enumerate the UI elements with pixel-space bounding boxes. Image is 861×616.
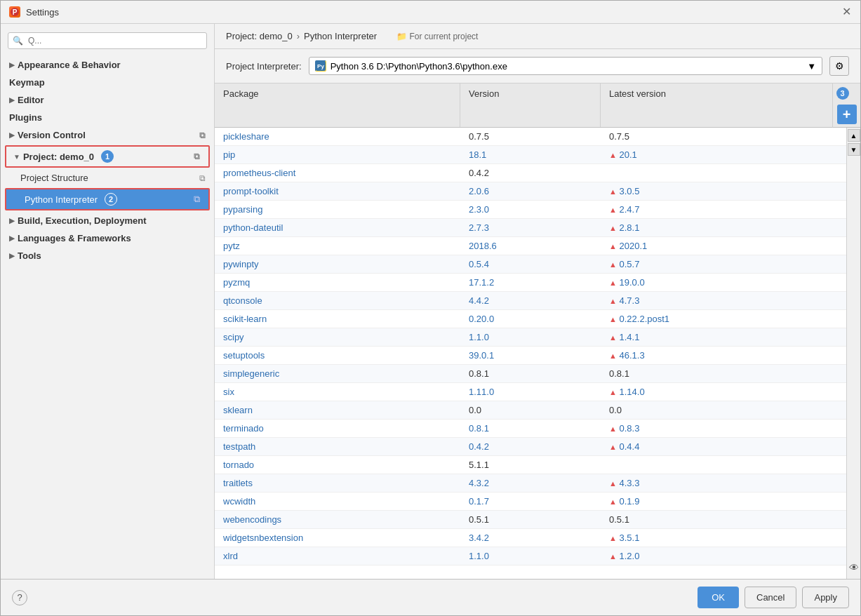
cell-package: python-dateutil xyxy=(215,219,460,236)
cell-package: xlrd xyxy=(215,547,460,565)
table-row[interactable]: pywinpty0.5.4▲ 0.5.7 xyxy=(215,255,846,274)
cell-version: 18.1 xyxy=(460,146,601,163)
cancel-button[interactable]: Cancel xyxy=(745,587,796,608)
sidebar-label: Appearance & Behavior xyxy=(18,60,121,70)
cell-version: 2.7.3 xyxy=(460,219,601,236)
table-row[interactable]: scipy1.1.0▲ 1.4.1 xyxy=(215,328,846,347)
close-button[interactable]: ✕ xyxy=(841,6,852,18)
cell-package: prompt-toolkit xyxy=(215,182,460,200)
scroll-up-button[interactable]: ▲ xyxy=(848,129,860,142)
table-row[interactable]: tornado5.1.1 xyxy=(215,456,846,474)
sidebar-label: Plugins xyxy=(9,112,42,123)
cell-version: 0.4.2 xyxy=(460,438,601,455)
sidebar-item-project-demo0[interactable]: ▼ Project: demo_0 1 ⧉ xyxy=(6,147,208,166)
sidebar-label: Tools xyxy=(18,250,41,261)
table-row[interactable]: pyparsing2.3.0▲ 2.4.7 xyxy=(215,201,846,219)
cell-latest: ▲ 1.2.0 xyxy=(601,547,846,565)
sidebar-label: Project Structure xyxy=(20,173,88,183)
folder-icon: 📁 xyxy=(396,32,407,41)
cell-latest: ▲ 0.22.2.post1 xyxy=(601,310,846,328)
table-row[interactable]: prompt-toolkit2.0.6▲ 3.0.5 xyxy=(215,182,846,201)
cell-package: testpath xyxy=(215,438,460,455)
svg-text:Py: Py xyxy=(317,63,324,69)
table-row[interactable]: qtconsole4.4.2▲ 4.7.3 xyxy=(215,292,846,310)
table-row[interactable]: python-dateutil2.7.3▲ 2.8.1 xyxy=(215,219,846,237)
breadcrumb-project: Project: demo_0 xyxy=(226,31,293,41)
table-row[interactable]: widgetsnbextension3.4.2▲ 3.5.1 xyxy=(215,529,846,547)
cell-latest: ▲ 1.4.1 xyxy=(601,328,846,346)
cell-package: wcwidth xyxy=(215,493,460,510)
cell-package: pip xyxy=(215,146,460,163)
cell-package: six xyxy=(215,383,460,401)
copy-icon: ⧉ xyxy=(199,130,206,140)
table-row[interactable]: pytz2018.6▲ 2020.1 xyxy=(215,237,846,255)
cell-latest: ▲ 20.1 xyxy=(601,146,846,163)
sidebar-item-keymap[interactable]: Keymap xyxy=(1,74,214,91)
copy-icon: ⧉ xyxy=(199,173,206,183)
cell-package: simplegeneric xyxy=(215,365,460,382)
cell-version: 39.0.1 xyxy=(460,347,601,364)
table-row[interactable]: terminado0.8.1▲ 0.8.3 xyxy=(215,420,846,438)
table-row[interactable]: scikit-learn0.20.0▲ 0.22.2.post1 xyxy=(215,310,846,328)
table-row[interactable]: simplegeneric0.8.10.8.1 xyxy=(215,365,846,383)
sidebar-item-plugins[interactable]: Plugins xyxy=(1,109,214,126)
expand-arrow: ▶ xyxy=(9,234,15,242)
python-icon: Py xyxy=(315,60,326,72)
cell-version: 0.8.1 xyxy=(460,420,601,437)
table-row[interactable]: traitlets4.3.2▲ 4.3.3 xyxy=(215,474,846,493)
cell-package: pyparsing xyxy=(215,201,460,218)
table-row[interactable]: pickleshare0.7.50.7.5 xyxy=(215,128,846,146)
cell-package: terminado xyxy=(215,420,460,437)
cell-version: 4.3.2 xyxy=(460,474,601,492)
interpreter-select[interactable]: Py Python 3.6 D:\Python\Python3.6\python… xyxy=(309,57,822,75)
eye-button[interactable]: 👁 xyxy=(849,562,859,573)
table-row[interactable]: xlrd1.1.0▲ 1.2.0 xyxy=(215,547,846,565)
table-row[interactable]: setuptools39.0.1▲ 46.1.3 xyxy=(215,347,846,365)
expand-arrow: ▶ xyxy=(9,96,15,104)
help-button[interactable]: ? xyxy=(12,590,27,605)
table-row[interactable]: pyzmq17.1.2▲ 19.0.0 xyxy=(215,274,846,292)
apply-button[interactable]: Apply xyxy=(802,587,849,608)
cell-latest: ▲ 0.5.7 xyxy=(601,255,846,273)
dropdown-arrow: ▼ xyxy=(807,61,816,72)
cell-version: 4.4.2 xyxy=(460,292,601,309)
sidebar-item-tools[interactable]: ▶ Tools xyxy=(1,247,214,265)
sidebar-item-languages[interactable]: ▶ Languages & Frameworks xyxy=(1,229,214,247)
sidebar-label: Project: demo_0 xyxy=(23,152,94,162)
sidebar-item-python-interpreter[interactable]: Python Interpreter 2 ⧉ xyxy=(6,189,208,209)
sidebar-item-appearance[interactable]: ▶ Appearance & Behavior xyxy=(1,56,214,74)
cell-package: scikit-learn xyxy=(215,310,460,328)
sidebar-item-build-execution[interactable]: ▶ Build, Execution, Deployment xyxy=(1,212,214,229)
interpreter-settings-button[interactable]: ⚙ xyxy=(829,56,849,76)
sidebar-item-editor[interactable]: ▶ Editor xyxy=(1,91,214,109)
breadcrumb: Project: demo_0 › Python Interpreter xyxy=(226,31,377,41)
table-row[interactable]: webencodings0.5.10.5.1 xyxy=(215,511,846,529)
table-row[interactable]: prometheus-client0.4.2 xyxy=(215,164,846,182)
cell-package: widgetsnbextension xyxy=(215,529,460,547)
python-interpreter-container: Python Interpreter 2 ⧉ xyxy=(5,188,210,210)
cell-version: 5.1.1 xyxy=(460,456,601,474)
search-input[interactable] xyxy=(8,32,207,49)
cell-latest: 0.0 xyxy=(601,401,846,419)
cell-package: pywinpty xyxy=(215,255,460,273)
cell-version: 2.3.0 xyxy=(460,201,601,218)
table-row[interactable]: sklearn0.00.0 xyxy=(215,401,846,420)
table-row[interactable]: six1.11.0▲ 1.14.0 xyxy=(215,383,846,401)
for-current-project[interactable]: 📁 For current project xyxy=(396,32,478,41)
ok-button[interactable]: OK xyxy=(698,587,739,608)
table-row[interactable]: testpath0.4.2▲ 0.4.4 xyxy=(215,438,846,456)
interpreter-select-content: Py Python 3.6 D:\Python\Python3.6\python… xyxy=(315,60,507,72)
cell-latest: ▲ 4.3.3 xyxy=(601,474,846,492)
table-row[interactable]: wcwidth0.1.7▲ 0.1.9 xyxy=(215,493,846,511)
cell-latest: 0.7.5 xyxy=(601,128,846,145)
cell-package: webencodings xyxy=(215,511,460,528)
cell-version: 1.1.0 xyxy=(460,547,601,565)
scroll-down-button[interactable]: ▼ xyxy=(848,143,860,156)
sidebar-item-version-control[interactable]: ▶ Version Control ⧉ xyxy=(1,126,214,144)
sidebar-label: Build, Execution, Deployment xyxy=(18,215,146,226)
add-package-button[interactable]: + xyxy=(837,105,857,124)
panel-header: Project: demo_0 › Python Interpreter 📁 F… xyxy=(215,24,860,49)
sidebar-item-project-structure[interactable]: Project Structure ⧉ xyxy=(1,169,214,187)
copy-icon: ⧉ xyxy=(194,152,200,161)
table-row[interactable]: pip18.1▲ 20.1 xyxy=(215,146,846,164)
